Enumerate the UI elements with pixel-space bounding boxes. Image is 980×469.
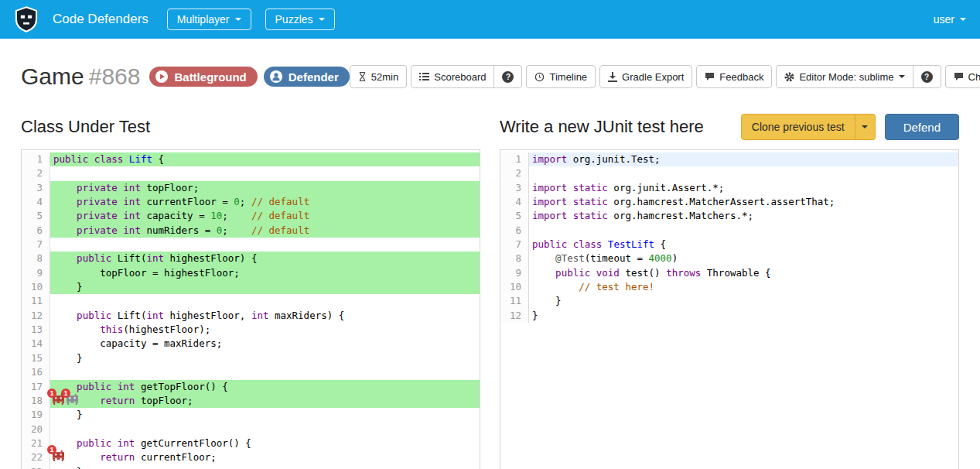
timer-button[interactable]: 52min xyxy=(350,65,407,88)
code-text[interactable]: } xyxy=(529,294,958,308)
line-number: 13 xyxy=(22,323,50,337)
user-dropdown[interactable]: user xyxy=(934,13,966,26)
code-text[interactable]: import org.junit.Test; xyxy=(529,152,958,166)
line-number: 5 xyxy=(500,209,529,223)
editor-mode-button[interactable]: Editor Mode: sublime xyxy=(776,65,913,88)
line-number: 12 xyxy=(22,309,50,323)
line-number: 9 xyxy=(500,266,529,280)
line-number: 6 xyxy=(500,224,529,238)
feedback-button[interactable]: Feedback xyxy=(696,65,772,88)
chevron-down-icon xyxy=(899,75,905,78)
code-text: return currentFloor;1 xyxy=(50,450,480,464)
code-line: 11 xyxy=(22,294,480,308)
line-number: 9 xyxy=(22,266,50,280)
code-line: 5 private int capacity = 10; // default xyxy=(22,209,480,223)
code-text: public Lift(int highestFloor, int maxRid… xyxy=(50,309,480,323)
history-clock-icon xyxy=(534,72,545,82)
code-line[interactable]: 7public class TestLift { xyxy=(500,238,958,252)
code-line[interactable]: 3import static org.junit.Assert.*; xyxy=(500,181,958,195)
code-line[interactable]: 4import static org.hamcrest.MatcherAsser… xyxy=(500,195,958,209)
code-text xyxy=(50,294,480,308)
line-number: 2 xyxy=(22,166,50,180)
line-number: 8 xyxy=(500,252,529,265)
mutant-icon[interactable]: 1 xyxy=(52,450,65,462)
code-text: this(highestFloor); xyxy=(50,323,480,337)
code-line: 6 private int numRiders = 0; // default xyxy=(22,224,480,238)
scoreboard-help-button[interactable]: ? xyxy=(493,65,522,88)
chat-button[interactable]: Chat 0 xyxy=(945,65,980,88)
code-text[interactable]: import static org.junit.Assert.*; xyxy=(529,181,958,195)
game-header: Game#868 Battleground Defender 52min xyxy=(21,63,959,90)
code-line: 13 this(highestFloor); xyxy=(22,323,480,337)
nav-puzzles-dropdown[interactable]: Puzzles xyxy=(265,9,335,30)
code-line: 10 } xyxy=(22,280,480,294)
code-line: 2 xyxy=(22,166,480,180)
question-circle-icon: ? xyxy=(921,71,933,83)
line-number: 4 xyxy=(22,195,50,209)
code-line[interactable]: 8 @Test(timeout = 4000) xyxy=(500,252,958,265)
hourglass-icon xyxy=(358,71,367,82)
code-line[interactable]: 9 public void test() throws Throwable { xyxy=(500,266,958,280)
code-line[interactable]: 5import static org.hamcrest.Matchers.*; xyxy=(500,209,958,223)
battleground-badge-label: Battleground xyxy=(174,70,246,84)
line-number: 23 xyxy=(22,465,50,469)
code-text[interactable]: @Test(timeout = 4000) xyxy=(529,252,958,265)
gradle-export-button[interactable]: Gradle Export xyxy=(599,65,692,88)
battleground-badge: Battleground xyxy=(149,67,257,87)
line-number: 4 xyxy=(500,195,529,209)
code-text: private int currentFloor = 0; // default xyxy=(50,195,480,209)
game-title-label: Game xyxy=(21,63,84,89)
code-text[interactable]: public class TestLift { xyxy=(529,238,958,252)
scoreboard-label: Scoreboard xyxy=(434,71,486,83)
code-text[interactable]: import static org.hamcrest.MatcherAssert… xyxy=(529,195,958,209)
class-under-test-editor: 1public class Lift {23 private int topFl… xyxy=(21,149,480,469)
line-number: 10 xyxy=(500,280,529,294)
code-text[interactable]: // test here! xyxy=(529,280,958,294)
scoreboard-button[interactable]: Scoreboard xyxy=(411,65,494,88)
game-toolbar: 52min Scoreboard ? xyxy=(350,65,980,88)
defend-button[interactable]: Defend xyxy=(885,114,959,140)
gear-icon xyxy=(784,72,794,82)
chat-label: Chat xyxy=(968,71,980,83)
code-text[interactable]: import static org.hamcrest.Matchers.*; xyxy=(529,209,958,223)
code-line[interactable]: 10 // test here! xyxy=(500,280,958,294)
junit-test-editor[interactable]: 1import org.junit.Test;23import static o… xyxy=(500,149,959,469)
line-number: 5 xyxy=(22,209,50,223)
line-number: 22 xyxy=(22,450,50,464)
line-number: 1 xyxy=(500,152,529,166)
code-line[interactable]: 6 xyxy=(500,224,958,238)
code-text[interactable] xyxy=(529,224,958,238)
chevron-down-icon xyxy=(862,125,868,128)
code-defenders-shield-icon[interactable] xyxy=(14,6,39,33)
clone-previous-test-button[interactable]: Clone previous test xyxy=(741,114,855,140)
list-icon xyxy=(419,72,429,81)
brand-link[interactable]: Code Defenders xyxy=(53,12,149,27)
line-number: 17 xyxy=(22,380,50,394)
mutant-icon[interactable]: 1 xyxy=(66,394,79,406)
editor-mode-help-button[interactable]: ? xyxy=(913,65,941,88)
line-number: 3 xyxy=(22,181,50,195)
nav-multiplayer-dropdown[interactable]: Multiplayer xyxy=(167,9,251,30)
code-line[interactable]: 1import org.junit.Test; xyxy=(500,152,958,166)
code-text xyxy=(50,166,480,180)
code-text: private int capacity = 10; // default xyxy=(50,209,480,223)
code-text: return topFloor;11 xyxy=(50,394,480,408)
code-line: 3 private int topFloor; xyxy=(22,181,480,195)
code-line: 12 public Lift(int highestFloor, int max… xyxy=(22,309,480,323)
comment-icon xyxy=(705,72,715,81)
code-text[interactable]: public void test() throws Throwable { xyxy=(529,266,958,280)
line-number: 10 xyxy=(22,280,50,294)
timeline-button[interactable]: Timeline xyxy=(526,65,596,88)
code-text xyxy=(50,365,480,379)
code-text: topFloor = highestFloor; xyxy=(50,266,480,280)
code-line: 7 xyxy=(22,238,480,252)
clone-previous-test-dropdown[interactable] xyxy=(855,114,876,140)
code-text[interactable] xyxy=(529,166,958,180)
code-line: 22 return currentFloor;1 xyxy=(22,450,480,464)
code-line[interactable]: 12} xyxy=(500,309,958,323)
code-line[interactable]: 11 } xyxy=(500,294,958,308)
line-number: 20 xyxy=(22,423,50,436)
code-text xyxy=(50,423,480,436)
code-line[interactable]: 2 xyxy=(500,166,958,180)
code-text[interactable]: } xyxy=(529,309,958,323)
